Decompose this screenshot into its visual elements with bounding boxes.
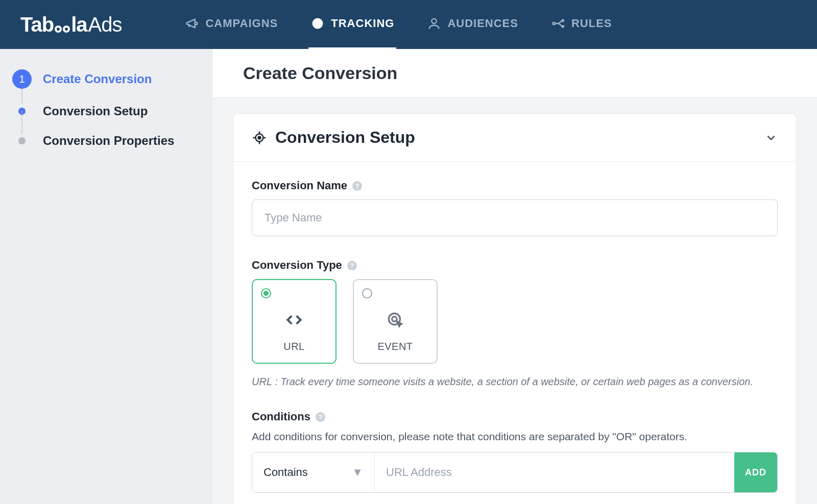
card-header[interactable]: Conversion Setup bbox=[233, 114, 796, 162]
type-label: EVENT bbox=[377, 341, 413, 352]
page-title: Create Conversion bbox=[212, 49, 817, 98]
select-value: Contains bbox=[263, 466, 308, 479]
svg-point-2 bbox=[316, 22, 320, 26]
step-label: Conversion Properties bbox=[43, 134, 174, 148]
condition-row: Contains ▼ ADD bbox=[252, 452, 778, 493]
type-hint: URL : Track every time someone visits a … bbox=[252, 376, 778, 388]
step-conversion-properties[interactable]: Conversion Properties bbox=[12, 134, 197, 148]
condition-operator-select[interactable]: Contains ▼ bbox=[252, 452, 375, 492]
svg-point-5 bbox=[562, 19, 564, 21]
chevron-down-icon[interactable] bbox=[764, 131, 778, 144]
main-content: Create Conversion Conversion Setup Conve… bbox=[212, 49, 817, 504]
brand-oo-icon bbox=[55, 26, 70, 33]
caret-down-icon: ▼ bbox=[352, 466, 363, 479]
svg-point-4 bbox=[552, 22, 555, 25]
top-nav: Tab la Ads CAMPAIGNS TRACKING AUDIENCES … bbox=[0, 0, 817, 49]
step-dot bbox=[18, 137, 26, 144]
radio-icon bbox=[261, 288, 271, 298]
nav-rules[interactable]: RULES bbox=[549, 0, 614, 49]
radio-icon bbox=[362, 288, 372, 298]
field-label-text: Conversion Name bbox=[252, 179, 347, 192]
nav-label: TRACKING bbox=[331, 17, 394, 30]
svg-point-3 bbox=[432, 19, 437, 23]
card-heading: Conversion Setup bbox=[275, 128, 415, 147]
target-icon bbox=[310, 16, 325, 31]
nav-label: AUDIENCES bbox=[447, 17, 518, 30]
step-create-conversion[interactable]: 1 Create Conversion bbox=[12, 69, 197, 89]
brand-sub: Ads bbox=[88, 13, 122, 36]
nav-audiences[interactable]: AUDIENCES bbox=[425, 0, 520, 49]
brand-logo: Tab la Ads bbox=[20, 13, 122, 36]
step-conversion-setup[interactable]: Conversion Setup bbox=[12, 104, 197, 118]
help-icon[interactable]: ? bbox=[352, 181, 362, 191]
add-condition-button[interactable]: ADD bbox=[734, 452, 777, 492]
svg-point-6 bbox=[562, 26, 564, 28]
type-label: URL bbox=[283, 341, 305, 352]
person-icon bbox=[427, 16, 441, 31]
step-label: Conversion Setup bbox=[43, 104, 148, 118]
conversion-name-input[interactable] bbox=[252, 199, 778, 236]
field-conversion-type: Conversion Type ? URL bbox=[252, 259, 778, 388]
step-label: Create Conversion bbox=[43, 72, 152, 86]
type-option-url[interactable]: URL bbox=[252, 279, 337, 364]
condition-value-input[interactable] bbox=[375, 452, 734, 492]
brand-text-2: la bbox=[71, 13, 87, 36]
brand-text-1: Tab bbox=[20, 13, 54, 36]
field-label-text: Conversion Type bbox=[252, 259, 342, 272]
field-label-text: Conditions bbox=[252, 410, 310, 423]
svg-point-0 bbox=[195, 22, 198, 25]
svg-point-8 bbox=[258, 136, 261, 139]
nav-campaigns[interactable]: CAMPAIGNS bbox=[183, 0, 280, 49]
crosshair-icon bbox=[252, 130, 267, 145]
field-conversion-name: Conversion Name ? bbox=[252, 179, 778, 236]
help-icon[interactable]: ? bbox=[347, 261, 357, 270]
nav-tracking[interactable]: TRACKING bbox=[308, 0, 396, 49]
nav-label: CAMPAIGNS bbox=[205, 17, 278, 30]
field-conditions: Conditions ? Add conditions for conversi… bbox=[252, 410, 778, 493]
branch-icon bbox=[551, 16, 565, 31]
type-option-event[interactable]: EVENT bbox=[353, 279, 438, 364]
wizard-sidebar: 1 Create Conversion Conversion Setup Con… bbox=[0, 49, 212, 504]
nav-label: RULES bbox=[571, 17, 612, 30]
conversion-setup-card: Conversion Setup Conversion Name ? Conve… bbox=[233, 113, 797, 504]
megaphone-icon bbox=[185, 16, 199, 31]
conditions-description: Add conditions for conversion, please no… bbox=[252, 431, 778, 443]
help-icon[interactable]: ? bbox=[316, 412, 325, 422]
code-icon bbox=[284, 310, 304, 332]
step-number: 1 bbox=[12, 69, 32, 89]
click-icon bbox=[386, 310, 405, 332]
